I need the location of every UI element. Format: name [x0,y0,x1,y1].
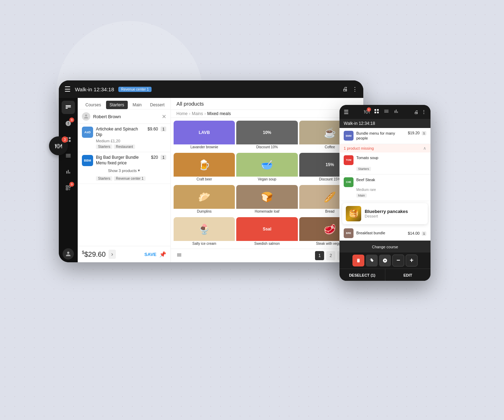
mobile-nav-chart[interactable] [393,108,399,115]
page-1-button[interactable]: 1 [315,251,324,260]
mobile-order-title-row: Walk-in 12:34:18 [340,119,430,128]
svg-rect-7 [374,109,376,111]
edit-button[interactable]: EDIT [385,269,431,281]
mobile-nav-list[interactable] [384,108,389,115]
missing-chevron-icon: ∧ [423,146,426,151]
mobile-more-icon[interactable]: ⋮ [421,109,426,115]
floating-order-badge: 3 [62,136,68,143]
product-loaf[interactable]: 🍞 Homemade loaf [236,185,298,216]
mobile-device: ☰ 🍽 9 🖨 ⋮ Walk-in 12:34:18 [340,105,430,281]
products-title: All products [176,101,204,107]
mobile-item-bre[interactable]: BRE Breakfast bundle $14.00 1 [340,226,430,241]
delete-button[interactable] [352,255,364,266]
tab-dessert[interactable]: Dessert [147,101,168,109]
mobile-nav-food[interactable]: 🍽 9 [364,109,370,115]
order-item-asd[interactable]: AsD Artichoke and Spinach Dip $9.60 1 Me… [78,124,170,152]
breadcrumb-home[interactable]: Home [176,111,188,116]
deselect-button[interactable]: DESELECT (1) [340,269,385,281]
sidebar-orders-icon[interactable]: 9 [62,117,75,130]
tablet-header: ☰ Walk-in 12:34:18 Revenue center 1 🖨 ⋮ [59,80,363,98]
item-badge-asd: AsD [82,127,93,138]
missing-banner[interactable]: 1 product missing ∧ [340,144,430,152]
mobile-badge-bmm: BMM [344,131,354,141]
print-icon[interactable]: 🖨 [342,86,348,92]
mobile-price-bmm: $19.20 1 [408,131,426,135]
floating-order-button[interactable]: 3 🍽 [49,136,68,155]
pin-icon[interactable]: 📌 [159,251,166,258]
close-customer-button[interactable]: ✕ [162,113,166,120]
more-icon[interactable]: ⋮ [352,86,358,93]
product-label-icecream: Salty ice cream [174,241,235,246]
mobile-action-bar: − + [340,252,430,269]
svg-rect-4 [69,137,71,139]
product-discount10[interactable]: 10% Discount 10% [236,121,298,151]
mobile-item-che[interactable]: CHE Beef Steak Medium rare Main [340,175,430,201]
mobile-print-icon[interactable]: 🖨 [414,109,419,115]
mobile-body: BMM Bundle menu for many people $19.20 1… [340,128,430,241]
mobile-menu-icon[interactable]: ☰ [344,109,349,115]
product-dumplings[interactable]: 🥟 Dumplins [174,185,235,216]
svg-rect-1 [66,107,71,107]
tab-starters[interactable]: Starters [106,101,128,109]
breadcrumb-sep-1: › [189,111,190,116]
order-tabs: Courses Starters Main Dessert [78,98,170,109]
change-course-bar: Change course [340,241,430,252]
breadcrumb: Home › Mains › Mixed meals [171,110,363,118]
pancakes-category: Dessert [365,214,408,218]
breadcrumb-sep-2: › [204,111,206,116]
svg-rect-2 [66,108,68,109]
minus-button[interactable]: − [392,255,404,266]
item-tags-asd: Starters Restaurant [96,144,166,149]
mobile-food-badge: 9 [367,107,371,112]
svg-rect-8 [377,109,379,111]
product-label-salmon: Swedish salmon [236,241,298,246]
sidebar-qr-icon[interactable]: 9 [62,181,75,194]
svg-rect-9 [374,112,376,113]
plus-button[interactable]: + [406,255,418,266]
mobile-item-bmm[interactable]: BMM Bundle menu for many people $19.20 1 [340,128,430,144]
product-label-dumplings: Dumplins [174,209,235,214]
order-item-bbm[interactable]: BBM Big Bad Burger Bundle Menu fixed pri… [78,152,170,184]
discount-button[interactable] [366,255,378,266]
tablet-header-icons: 🖨 ⋮ [342,86,358,93]
product-icecream[interactable]: 🍨 Salty ice cream [174,217,235,248]
mobile-name-bre: Breakfast bundle [356,230,405,235]
products-footer: 1 2 3 4 [171,249,363,262]
revenue-center-badge[interactable]: Revenue center 1 [118,87,152,92]
product-lavander[interactable]: LAVB Lavander brownie [174,121,235,151]
mobile-badge-tom: TOM [344,155,354,165]
pancakes-name: Blueberry pancakes [365,209,408,214]
product-label-discount10: Discount 10% [236,144,298,150]
mobile-nav-table[interactable] [374,108,379,115]
products-header: All products [171,98,363,110]
product-salmon[interactable]: Ssal Swedish salmon [236,217,298,248]
dish-icon: 🍽 [55,142,62,150]
page-2-button[interactable]: 2 [326,251,335,260]
tab-courses[interactable]: Courses [82,101,105,109]
product-vegansoup[interactable]: 🥣 Vegan soup [236,153,298,184]
sidebar-chart-icon[interactable] [62,165,75,178]
course-change-btn[interactable] [379,255,391,266]
product-craftbeer[interactable]: 🍺 Craft beer [174,153,235,184]
products-panel: All products Home › Mains › Mixed meals … [171,98,363,262]
save-button[interactable]: SAVE [145,252,156,257]
list-view-icon[interactable] [176,252,182,259]
product-label-loaf: Homemade loaf [236,209,298,214]
mobile-item-tom[interactable]: TOM Tomato soup Starters [340,152,430,175]
change-course-text: Change course [372,245,398,249]
mobile-header: ☰ 🍽 9 🖨 ⋮ [340,105,430,119]
pancakes-image: 🥞 [346,206,361,221]
tag-starters: Starters [96,144,112,149]
user-avatar-icon[interactable] [63,248,74,259]
order-panel: Courses Starters Main Dessert Robert Bro… [78,98,171,262]
tab-main[interactable]: Main [129,101,145,109]
order-expand-button[interactable]: › [108,250,116,259]
hamburger-icon[interactable]: ☰ [64,85,71,93]
item-name-bbm: Big Bad Burger Bundle Menu fixed price [96,155,148,166]
item-meta-asd: Medium £1,20 [96,139,166,143]
sidebar-pos-icon[interactable] [62,101,75,114]
show-products-button[interactable]: Show 3 products ▾ [82,166,166,175]
mobile-sub-che: Medium rare [356,188,426,192]
breadcrumb-mains[interactable]: Mains [192,111,203,116]
mobile-tag-main: Main [356,193,367,198]
